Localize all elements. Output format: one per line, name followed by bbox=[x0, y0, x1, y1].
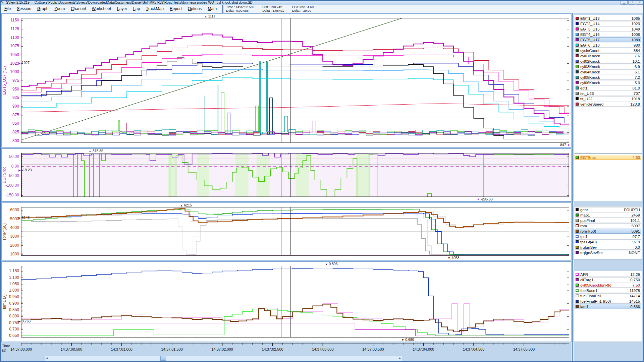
channel-row-trqIgnSevSrc[interactable]: trqIgnSevSrcNONE bbox=[575, 250, 641, 255]
channel-color-swatch bbox=[576, 235, 579, 238]
channel-name: cyl05KnockIgnRtd bbox=[580, 283, 633, 287]
menu-item-channel[interactable]: Channel bbox=[68, 5, 89, 12]
channel-name: EGT5_U17 bbox=[580, 38, 631, 42]
title-bar[interactable]: S SView 2.15.219:C:\Users\Public\Documen… bbox=[0, 0, 644, 5]
value-marker: ▲ 1111 bbox=[204, 14, 215, 18]
channel-name: EGT5roc bbox=[580, 156, 633, 160]
channel-row-cyl06Knock[interactable]: cyl06Knock5.3 bbox=[575, 80, 641, 85]
value-marker: ▼ 0.680 bbox=[401, 338, 414, 342]
menu-item-layer[interactable]: Layer bbox=[114, 5, 130, 12]
chart-panel-egt: EGT5_U17 (°C) 11501125110010751050102510… bbox=[1, 13, 572, 147]
plot-area-lam[interactable] bbox=[21, 266, 569, 338]
menu-item-report[interactable]: Report bbox=[167, 5, 185, 12]
maximize-button[interactable]: ❐ bbox=[628, 0, 635, 5]
plot-area-rpm[interactable] bbox=[21, 207, 569, 256]
channel-row-cyl01Knock[interactable]: cyl01Knock7.6 bbox=[575, 53, 641, 58]
scroll-right-icon[interactable]: ▶ bbox=[398, 356, 402, 361]
channel-value: 128.8 bbox=[630, 102, 640, 106]
scroll-left-icon[interactable]: ◀ bbox=[45, 356, 49, 361]
menu-item-options[interactable]: Options bbox=[185, 5, 205, 12]
channel-row-tps1[interactable]: tps197.7 bbox=[575, 234, 641, 239]
channel-row-AFR[interactable]: AFR12.29 bbox=[575, 272, 641, 277]
channel-color-swatch bbox=[576, 86, 579, 89]
y-tick-label: 1000 bbox=[2, 70, 19, 74]
channel-row-cyl04Knock[interactable]: cyl04Knock6.1 bbox=[575, 69, 641, 74]
channel-row-EGT5roc[interactable]: EGT5roc4.60 bbox=[575, 155, 641, 160]
channel-color-swatch bbox=[576, 81, 579, 84]
channel-row-EGT1_U13[interactable]: EGT1_U131065 bbox=[575, 16, 641, 21]
channel-row-lam1[interactable]: lam10.836 bbox=[575, 304, 641, 309]
chart-svg-lam bbox=[21, 266, 569, 338]
channel-name: EGT3_U15 bbox=[580, 27, 631, 31]
channel-row-vehicleSpeed[interactable]: vehicleSpeed128.8 bbox=[575, 102, 641, 107]
menu-item-trackmap[interactable]: TrackMap bbox=[143, 5, 167, 12]
channel-name: gear bbox=[580, 208, 624, 212]
channel-row-ect1[interactable]: ect181.0 bbox=[575, 85, 641, 90]
channel-value: 2459 bbox=[631, 213, 640, 217]
channel-color-swatch bbox=[576, 230, 579, 233]
channel-row-EGT3_U15[interactable]: EGT3_U151049 bbox=[575, 26, 641, 32]
time-axis: 14:37:00.00014:37:00.50014:37:01.00014:3… bbox=[21, 343, 569, 356]
plot-area-egt[interactable] bbox=[21, 18, 569, 143]
channel-name: tps1-f(40) bbox=[580, 240, 633, 244]
channel-value: 7.50 bbox=[633, 283, 640, 287]
channel-name: AFR bbox=[580, 273, 630, 277]
channel-value: 1018 bbox=[631, 97, 640, 101]
menu-item-zoom[interactable]: Zoom bbox=[51, 5, 68, 12]
channel-row-tps1-f(40)[interactable]: tps1-f(40)97.9 bbox=[575, 239, 641, 244]
channel-row-gear[interactable]: gearFOURTH bbox=[575, 207, 641, 212]
channel-name: EGT6_U18 bbox=[580, 43, 634, 47]
value-marker: ▼ 4053 bbox=[447, 256, 459, 260]
channel-row-EGT2_U14[interactable]: EGT2_U141023 bbox=[575, 21, 641, 26]
y-tick-label: 0.00 bbox=[2, 164, 19, 169]
series-rpm bbox=[21, 208, 569, 227]
channel-row-cyl05Knock[interactable]: cyl05Knock7.2 bbox=[575, 75, 641, 80]
channel-value: 1006 bbox=[631, 33, 640, 37]
minimize-button[interactable]: _ bbox=[621, 0, 628, 5]
channel-row-cyl05KnockIgnRtd[interactable]: cyl05KnockIgnRtd7.50 bbox=[575, 283, 641, 288]
channel-row-map1[interactable]: map12459 bbox=[575, 213, 641, 218]
channel-row-ppsFinal[interactable]: ppsFinal101.1 bbox=[575, 218, 641, 223]
channel-row-fuelFinalPri1[interactable]: fuelFinalPri114714 bbox=[575, 293, 641, 298]
channel-value: 101.1 bbox=[630, 219, 640, 223]
channel-row-cyl02Knock[interactable]: cyl02Knock10.1 bbox=[575, 59, 641, 64]
channel-row-EGT6_U18[interactable]: EGT6_U18980 bbox=[575, 43, 641, 48]
time-scrollbar[interactable]: ◀ ▶ bbox=[45, 356, 402, 361]
menu-item-file[interactable]: File bbox=[1, 5, 14, 12]
menu-item-math[interactable]: Math bbox=[205, 5, 220, 12]
menu-item-lap[interactable]: Lap bbox=[130, 5, 143, 12]
channel-color-swatch bbox=[576, 246, 579, 249]
channel-row-tet_U23[interactable]: tet_U23707 bbox=[575, 91, 641, 96]
plot-area-egtsroc[interactable] bbox=[21, 153, 569, 197]
channel-color-swatch bbox=[576, 92, 579, 95]
channel-row-trqIgnSev[interactable]: trqIgnSev0.0 bbox=[575, 245, 641, 250]
channel-row-cllTarg1[interactable]: cllTarg10.750 bbox=[575, 277, 641, 282]
channel-row-fuelFinalPri1-f(50)[interactable]: fuelFinalPri1-f(50)14515 bbox=[575, 299, 641, 304]
channel-row-tit_U22[interactable]: tit_U221018 bbox=[575, 96, 641, 101]
channel-row-rpm[interactable]: rpm5097 bbox=[575, 223, 641, 228]
series-map1 bbox=[21, 209, 569, 255]
y-tick-label: 0.700 bbox=[2, 327, 19, 331]
channel-row-rpm-f(50)[interactable]: rpm-f(50)5091 bbox=[575, 229, 641, 234]
menu-item-graph[interactable]: Graph bbox=[34, 5, 51, 12]
menu-item-worksheet[interactable]: Worksheet bbox=[89, 5, 114, 12]
y-tick-label: 1150 bbox=[2, 18, 19, 22]
channel-name: tps1 bbox=[580, 235, 633, 239]
channel-value: 6.9 bbox=[635, 65, 640, 69]
channel-row-EGT4_U16[interactable]: EGT4_U161006 bbox=[575, 32, 641, 37]
scrollbar-thumb[interactable] bbox=[160, 356, 166, 361]
series-EGT3_U15 bbox=[21, 54, 569, 116]
channel-row-EGT5_U17[interactable]: EGT5_U171089 bbox=[575, 37, 641, 42]
channel-row-fuelBase1[interactable]: fuelBase111978 bbox=[575, 288, 641, 293]
close-button[interactable]: ✕ bbox=[636, 0, 643, 5]
chart-panel-egtsroc: EGTSroc 50.000.00-50.00-100.00-150.00▲ 3… bbox=[1, 148, 572, 202]
y-tick-label: 800 bbox=[2, 139, 19, 143]
y-tick-label: 1100 bbox=[2, 36, 19, 40]
series-rpm-f(50) bbox=[21, 208, 569, 228]
channel-row-cycleCount[interactable]: cycleCount884 bbox=[575, 48, 641, 53]
y-tick-label: 1000 bbox=[2, 252, 19, 256]
value-marker: 847 ▼ bbox=[560, 143, 570, 147]
info-time: Time : 14:37:02.592Delta : 0:00.086 bbox=[226, 5, 254, 12]
menu-item-session[interactable]: Session bbox=[14, 5, 34, 12]
channel-row-cyl03Knock[interactable]: cyl03Knock6.9 bbox=[575, 64, 641, 69]
